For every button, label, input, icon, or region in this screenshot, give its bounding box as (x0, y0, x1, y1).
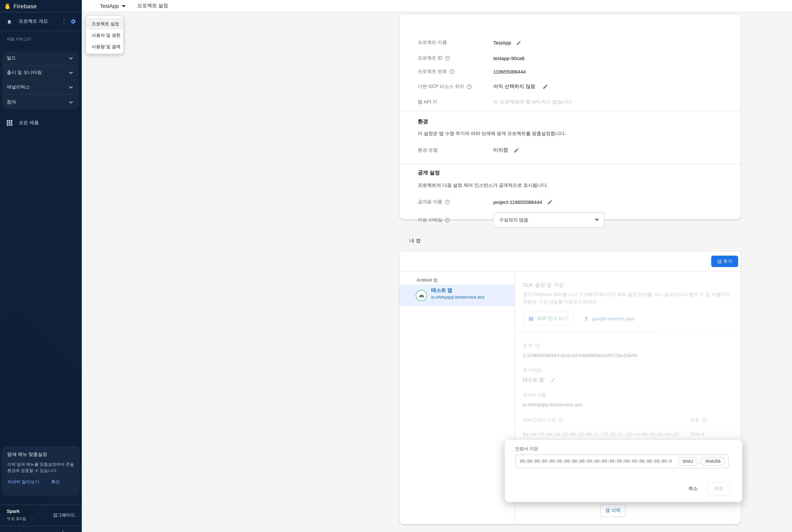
firebase-console: Firebase 프로젝트 개요 제품 카테고리 빌드 출시 및 모니터링 (0, 0, 792, 532)
environment-desc: 이 설정은 앱 수명 주기의 여러 단계에 맞게 프로젝트를 맞춤설정합니다. (418, 130, 566, 137)
promo-title: 탐색 메뉴 맞춤설정 (7, 451, 75, 458)
promo-body: 이제 탐색 메뉴를 맞춤설정하여 콘솔 환경에 집중할 수 있습니다. (7, 462, 75, 474)
menu-item-users-permissions[interactable]: 사용자 및 권한 (86, 30, 123, 41)
my-apps-title: 내 앱 (410, 238, 421, 244)
gear-icon[interactable] (70, 19, 76, 24)
sdk-section-desc: 앱의 Firebase SDK를 다시 구성해야 하나요? SDK 설정 안내를… (523, 291, 734, 306)
plan-price: 무료 $0/월 (7, 516, 26, 521)
cancel-button[interactable]: 취소 (689, 486, 698, 492)
package-name-value: io.ohmyapp.testservice.aos (523, 402, 582, 407)
learn-more-link[interactable]: 자세히 알아보기 (7, 479, 39, 485)
public-name-value: project-119655086444 (493, 199, 553, 205)
plan-name: Spark (7, 509, 20, 514)
google-services-json-link[interactable]: google-services.json (584, 316, 635, 321)
sha-type-value: SHA-1 (691, 432, 704, 437)
help-icon[interactable]: ? (450, 69, 454, 74)
help-icon[interactable]: ? (702, 418, 706, 423)
edit-icon[interactable] (513, 148, 519, 153)
support-email-select[interactable]: 구성되지 않음 (493, 212, 605, 228)
project-id-value: testapp-90ca6 (493, 55, 525, 61)
public-settings-desc: 프로젝트의 다음 설정 제어 인스턴스가 공개적으로 표시됩니다. (418, 182, 548, 189)
gcp-location-label: 기본 GCP 리소스 위치? (418, 83, 493, 90)
sidebar-item-project-overview[interactable]: 프로젝트 개요 (0, 13, 82, 31)
chevron-down-icon (69, 57, 73, 59)
project-id-label: 프로젝트 ID? (418, 55, 493, 62)
gcp-location-value: 아직 선택하지 않음 (493, 83, 548, 90)
caret-down-icon (121, 5, 126, 7)
sidebar-divider (64, 18, 64, 25)
help-icon[interactable]: ? (445, 200, 450, 204)
edit-icon[interactable] (516, 40, 522, 45)
brand-wordmark: Firebase (14, 3, 37, 9)
topbar: TestApp 프로젝트 설정 (82, 0, 792, 13)
sdk-section-title: SDK 설정 및 구성 (523, 282, 564, 289)
sidebar-item-engage[interactable]: 참여 (3, 95, 79, 109)
section-divider (400, 111, 741, 111)
upgrade-button[interactable]: 업그레이드 (53, 512, 75, 518)
section-divider (514, 332, 741, 333)
nav-customize-promo-card: 탐색 메뉴 맞춤설정 이제 탐색 메뉴를 맞춤설정하여 콘솔 환경에 집중할 수… (2, 446, 80, 496)
help-icon[interactable]: ? (559, 418, 563, 423)
app-name: 테스트 앱 (431, 287, 452, 294)
download-icon (584, 316, 589, 321)
support-email-label: 지원 이메일? (418, 217, 493, 224)
save-button[interactable]: 저장 (707, 482, 730, 496)
menu-item-project-settings[interactable]: 프로젝트 설정 (86, 18, 123, 30)
environment-title: 환경 (418, 118, 428, 125)
sidebar-nav-groups: 빌드 출시 및 모니터링 애널리틱스 참여 (3, 51, 79, 109)
help-icon[interactable]: ? (445, 56, 450, 60)
plan-divider (0, 505, 82, 505)
sha1-chip[interactable]: SHA1 (678, 457, 698, 466)
fingerprint-input[interactable] (520, 459, 675, 464)
firebase-brand[interactable]: Firebase (0, 0, 82, 13)
sdk-guide-button[interactable]: SDK 안내 보기 (523, 311, 573, 325)
app-id-value: 1:119655086444:android:04a5983ac0ef572be… (523, 353, 637, 358)
edit-icon[interactable] (543, 84, 548, 90)
project-number-value: 119655086444 (493, 69, 526, 75)
environment-type-value: 미지정 (493, 147, 519, 154)
help-icon[interactable]: ? (535, 343, 540, 348)
app-nickname-value: 테스트 앱 (523, 377, 556, 383)
chevron-down-icon (69, 101, 73, 103)
fingerprint-field-label: 인증서 지문 (515, 446, 539, 452)
help-icon[interactable]: ? (445, 218, 450, 223)
project-switcher[interactable]: TestApp (100, 3, 126, 9)
project-name-value: TestApp (493, 40, 522, 45)
add-app-button[interactable]: 앱 추가 (711, 255, 738, 267)
sidebar-item-release-monitor[interactable]: 출시 및 모니터링 (3, 66, 79, 80)
grid-icon (7, 120, 13, 126)
chevron-down-icon (69, 86, 73, 89)
android-icon (419, 293, 424, 299)
environment-type-label: 환경 유형 (418, 147, 493, 154)
android-app-avatar (416, 290, 427, 301)
gear-dropdown-menu: 프로젝트 설정 사용자 및 권한 사용량 및 결제 (86, 16, 123, 54)
edit-icon[interactable] (547, 199, 553, 205)
web-api-key-label: 웹 API 키 (418, 99, 493, 106)
project-settings-card: 프로젝트 이름 TestApp 프로젝트 ID? testapp-90ca6 프… (400, 15, 741, 220)
help-icon[interactable]: ? (467, 84, 472, 89)
app-nickname-label: 앱 닉네임 (523, 367, 542, 374)
home-icon (7, 19, 12, 24)
product-categories-label: 제품 카테고리 (7, 37, 31, 42)
chevron-down-icon (69, 71, 73, 74)
section-divider (400, 164, 741, 164)
sidebar-item-all-products[interactable]: 모든 제품 (7, 119, 39, 126)
delete-app-button[interactable]: 앱 삭제 (600, 504, 626, 517)
confirm-link[interactable]: 확인 (51, 479, 60, 485)
sidebar-item-build[interactable]: 빌드 (3, 51, 79, 66)
sha256-chip[interactable]: SHA256 (700, 457, 725, 466)
android-apps-header: Android 앱 (417, 278, 438, 284)
public-settings-title: 공개 설정 (418, 169, 440, 176)
sha-fingerprint-value: 9d:cb:f9:bd:3d:15:80:20:06:1c:73:39:a1:1… (523, 432, 679, 437)
sidebar-item-analytics[interactable]: 애널리틱스 (3, 80, 79, 95)
fingerprint-input-wrapper: SHA1 SHA256 (515, 454, 729, 468)
sidebar-collapse-icon[interactable]: ‹ (62, 528, 64, 532)
menu-item-usage-billing[interactable]: 사용량 및 결제 (86, 41, 123, 52)
sidebar: Firebase 프로젝트 개요 제품 카테고리 빌드 출시 및 모니터링 (0, 0, 82, 532)
package-name-label: 패키지 이름 (523, 392, 546, 398)
app-id-label: 앱 ID? (523, 343, 540, 349)
edit-icon[interactable] (550, 377, 556, 383)
breadcrumb: 프로젝트 설정 (137, 3, 168, 9)
firebase-logo-icon (5, 2, 11, 10)
caret-down-icon (595, 219, 599, 221)
